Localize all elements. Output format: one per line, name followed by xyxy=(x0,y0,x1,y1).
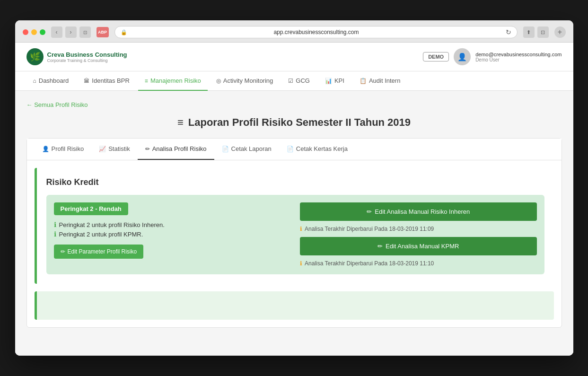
maximize-dot[interactable] xyxy=(40,29,45,35)
forward-button[interactable]: › xyxy=(65,26,77,38)
tab-switch-icon[interactable]: ⊡ xyxy=(79,26,91,38)
identitas-icon: 🏛 xyxy=(84,78,89,84)
tabs-row: 👤 Profil Risiko 📈 Statistik ✏ Analisa Pr… xyxy=(35,139,554,160)
tabs-wrapper: 👤 Profil Risiko 📈 Statistik ✏ Analisa Pr… xyxy=(27,139,562,160)
nav-audit-intern[interactable]: 📋 Audit Intern xyxy=(353,71,407,91)
tab-profil-risiko[interactable]: 👤 Profil Risiko xyxy=(35,139,92,160)
close-dot[interactable] xyxy=(23,29,28,35)
refresh-button[interactable]: ↻ xyxy=(506,28,511,36)
risk-card-inner: Peringkat 2 - Rendah ℹ Peringkat 2 untuk… xyxy=(54,202,537,267)
logo-area: 🌿 Creva Business Consulting Corporate Tr… xyxy=(26,48,127,65)
update-kpmr-info: ℹ Analisa Terakhir Diperbarui Pada 18-03… xyxy=(300,260,537,267)
edit-kpmr-pencil-icon: ✏ xyxy=(377,243,383,250)
edit-inheren-pencil-icon: ✏ xyxy=(367,208,372,215)
nav-identitas-bpr[interactable]: 🏛 Identitas BPR xyxy=(77,71,136,91)
browser-actions: ⬆ ⊡ xyxy=(523,26,549,38)
second-risk-section xyxy=(35,291,554,320)
analisa-tab-icon: ✏ xyxy=(145,146,150,152)
info-icon-1: ℹ xyxy=(54,221,56,228)
edit-param-pencil-icon: ✏ xyxy=(61,248,65,255)
left-panel: Peringkat 2 - Rendah ℹ Peringkat 2 untuk… xyxy=(54,202,291,267)
browser-nav: ‹ › ⊡ xyxy=(51,26,91,38)
main-nav: ⌂ Dashboard 🏛 Identitas BPR ≡ Manajemen … xyxy=(15,71,573,91)
nav-activity-label: Activity Monitoring xyxy=(223,77,273,84)
tab-statistik-label: Statistik xyxy=(108,145,130,152)
info-item-1: ℹ Peringkat 2 untuk profil Risiko Inhere… xyxy=(54,221,291,228)
minimize-dot[interactable] xyxy=(31,29,37,35)
activity-icon: ◎ xyxy=(216,78,221,84)
cetak-kertas-icon: 📄 xyxy=(287,146,294,152)
top-nav: 🌿 Creva Business Consulting Corporate Tr… xyxy=(15,43,573,71)
info-text-2: Peringkat 2 untuk profil KPMR. xyxy=(59,231,143,238)
nav-manajemen-risiko[interactable]: ≡ Manajemen Risiko xyxy=(138,71,208,91)
browser-window: ‹ › ⊡ ABP 🔒 app.crevabusinessconsulting.… xyxy=(15,20,573,356)
new-tab-button[interactable]: + xyxy=(554,26,566,38)
statistik-tab-icon: 📈 xyxy=(99,146,106,152)
edit-inheren-label: Edit Analisa Manual Risiko Inheren xyxy=(375,208,470,215)
kpi-icon: 📊 xyxy=(325,78,332,84)
edit-inheren-button[interactable]: ✏ Edit Analisa Manual Risiko Inheren xyxy=(300,202,537,221)
window-controls xyxy=(23,29,45,35)
nav-gcg-label: GCG xyxy=(296,77,310,84)
browser-titlebar: ‹ › ⊡ ABP 🔒 app.crevabusinessconsulting.… xyxy=(15,20,573,43)
user-area: DEMO 👤 demo@crevabusinessconsulting.com … xyxy=(423,48,562,65)
nav-identitas-label: Identitas BPR xyxy=(92,77,130,84)
breadcrumb-area: Semua Profil Risiko xyxy=(26,100,562,109)
tab-cetak-laporan[interactable]: 📄 Cetak Laporan xyxy=(214,139,279,160)
fullscreen-button[interactable]: ⊡ xyxy=(537,26,549,38)
share-button[interactable]: ⬆ xyxy=(523,26,535,38)
nav-activity-monitoring[interactable]: ◎ Activity Monitoring xyxy=(210,71,280,91)
tabs-and-content: 👤 Profil Risiko 📈 Statistik ✏ Analisa Pr… xyxy=(26,138,562,328)
tab-cetak-kertas-kerja[interactable]: 📄 Cetak Kertas Kerja xyxy=(279,139,355,160)
risk-card: Peringkat 2 - Rendah ℹ Peringkat 2 untuk… xyxy=(46,195,544,274)
back-button[interactable]: ‹ xyxy=(51,26,62,38)
update-kpmr-text: Analisa Terakhir Diperbarui Pada 18-03-2… xyxy=(305,260,434,267)
update-inheren-text: Analisa Terakhir Diperbarui Pada 18-03-2… xyxy=(305,226,434,232)
tab-statistik[interactable]: 📈 Statistik xyxy=(91,139,138,160)
user-email: demo@crevabusinessconsulting.com xyxy=(475,52,562,57)
page-title-icon: ≡ xyxy=(177,116,184,129)
info-item-2: ℹ Peringkat 2 untuk profil KPMR. xyxy=(54,230,291,238)
demo-badge: DEMO xyxy=(423,52,449,61)
risk-title: Risiko Kredit xyxy=(46,177,544,187)
nav-dashboard-label: Dashboard xyxy=(39,77,69,84)
logo-icon: 🌿 xyxy=(26,48,44,65)
tab-cetak-laporan-label: Cetak Laporan xyxy=(231,145,272,152)
tab-analisa-profil-risiko[interactable]: ✏ Analisa Profil Risiko xyxy=(138,139,214,160)
logo-text: Creva Business Consulting Corporate Trai… xyxy=(47,51,127,63)
nav-dashboard[interactable]: ⌂ Dashboard xyxy=(26,71,76,91)
user-role: Demo User xyxy=(475,57,562,62)
page-content: Semua Profil Risiko ≡ Laporan Profil Ris… xyxy=(15,91,573,356)
dashboard-icon: ⌂ xyxy=(33,78,36,84)
nav-kpi[interactable]: 📊 KPI xyxy=(318,71,351,91)
edit-parameter-button[interactable]: ✏ Edit Parameter Profil Risiko xyxy=(54,245,144,259)
risk-section: Risiko Kredit Peringkat 2 - Rendah ℹ Per… xyxy=(35,168,554,284)
right-panel: ✏ Edit Analisa Manual Risiko Inheren ℹ A… xyxy=(300,202,537,267)
tab-profil-risiko-label: Profil Risiko xyxy=(52,145,84,152)
update-kpmr-icon: ℹ xyxy=(300,260,302,267)
page-header: ≡ Laporan Profil Risiko Semester II Tahu… xyxy=(26,116,562,129)
user-info: demo@crevabusinessconsulting.com Demo Us… xyxy=(475,52,562,62)
company-subtitle: Corporate Training & Consulting xyxy=(47,58,127,63)
gcg-icon: ☑ xyxy=(288,78,293,84)
audit-icon: 📋 xyxy=(360,78,367,84)
page-title: ≡ Laporan Profil Risiko Semester II Tahu… xyxy=(26,116,562,129)
breadcrumb-link[interactable]: Semua Profil Risiko xyxy=(26,101,88,108)
manajemen-icon: ≡ xyxy=(145,78,148,84)
edit-kpmr-label: Edit Analisa Manual KPMR xyxy=(386,243,459,250)
edit-param-label: Edit Parameter Profil Risiko xyxy=(68,248,137,255)
info-list: ℹ Peringkat 2 untuk profil Risiko Inhere… xyxy=(54,221,291,238)
risk-badge: Peringkat 2 - Rendah xyxy=(54,202,128,215)
app-container: 🌿 Creva Business Consulting Corporate Tr… xyxy=(15,43,573,356)
adblock-icon: ABP xyxy=(97,27,109,37)
cetak-laporan-icon: 📄 xyxy=(222,146,229,152)
edit-kpmr-button[interactable]: ✏ Edit Analisa Manual KPMR xyxy=(300,237,537,255)
update-inheren-icon: ℹ xyxy=(300,226,302,232)
nav-kpi-label: KPI xyxy=(334,77,344,84)
url-text: app.crevabusinessconsulting.com xyxy=(130,29,503,35)
tab-analisa-label: Analisa Profil Risiko xyxy=(152,145,207,152)
tab-cetak-kertas-label: Cetak Kertas Kerja xyxy=(296,145,348,152)
nav-gcg[interactable]: ☑ GCG xyxy=(281,71,316,91)
info-icon-2: ℹ xyxy=(54,230,56,238)
address-bar[interactable]: 🔒 app.crevabusinessconsulting.com ↻ xyxy=(114,26,518,38)
